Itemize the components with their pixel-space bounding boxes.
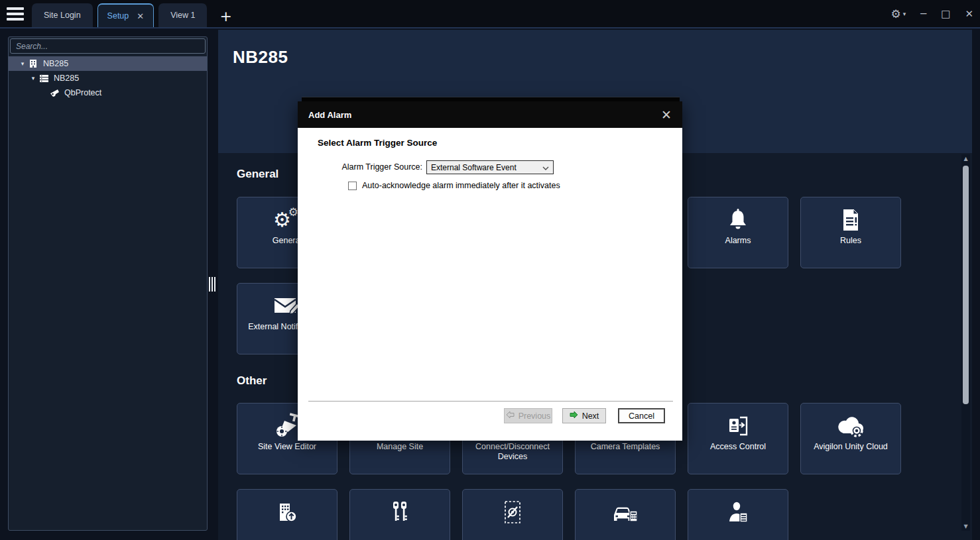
settings-menu-button[interactable]: ⚙ ▾ bbox=[890, 7, 906, 21]
close-window-button[interactable]: ✕ bbox=[965, 8, 973, 20]
scroll-down-icon[interactable]: ▼ bbox=[961, 523, 970, 529]
tab-site-login[interactable]: Site Login bbox=[32, 3, 93, 27]
tab-label: Site Login bbox=[44, 11, 81, 20]
auto-acknowledge-label: Auto-acknowledge alarm immediately after… bbox=[362, 181, 560, 190]
tab-label: Setup bbox=[107, 11, 129, 21]
tree-item-camera[interactable]: QbProtect bbox=[9, 85, 207, 100]
close-tab-icon[interactable]: ✕ bbox=[137, 11, 144, 21]
privacy-mask-icon bbox=[463, 498, 562, 527]
trigger-source-label: Alarm Trigger Source: bbox=[318, 162, 422, 172]
page-title: NB285 bbox=[233, 47, 288, 68]
scrollbar-thumb[interactable] bbox=[963, 166, 969, 404]
tile-label: Access Control bbox=[691, 442, 785, 452]
search-input[interactable] bbox=[10, 38, 206, 54]
expand-caret-icon[interactable]: ▾ bbox=[19, 60, 26, 67]
gear-icon: ⚙ bbox=[890, 7, 900, 21]
tile-label: Manage Site bbox=[353, 442, 447, 452]
tree-item-label: NB285 bbox=[43, 59, 68, 68]
tile-alarms[interactable]: Alarms bbox=[688, 197, 788, 268]
expand-caret-icon[interactable]: ▾ bbox=[30, 75, 36, 81]
tile-label: Rules bbox=[804, 236, 898, 246]
tile-label: Avigilon Unity Cloud bbox=[804, 442, 898, 452]
tile-label: Site View Editor bbox=[240, 442, 334, 452]
cloud-gear-icon bbox=[801, 411, 900, 441]
camera-icon bbox=[50, 88, 60, 97]
tile-access-control[interactable]: Access Control bbox=[688, 403, 788, 474]
scroll-up-icon[interactable]: ▲ bbox=[961, 156, 970, 162]
vehicle-keypad-icon bbox=[576, 498, 675, 527]
next-button[interactable]: Next bbox=[562, 408, 606, 423]
main-menu-icon[interactable] bbox=[7, 7, 24, 21]
previous-button[interactable]: Previous bbox=[504, 408, 552, 423]
alarm-trigger-source-select[interactable]: External Software Event bbox=[426, 160, 554, 174]
tile-person-roster[interactable] bbox=[688, 489, 788, 540]
dialog-titlebar[interactable]: Add Alarm ✕ bbox=[298, 101, 682, 128]
tab-view-1[interactable]: View 1 bbox=[158, 3, 207, 27]
panel-splitter[interactable] bbox=[208, 36, 218, 531]
tab-strip: Site Login Setup ✕ View 1 + bbox=[32, 0, 236, 27]
splitter-grip-icon[interactable] bbox=[209, 277, 215, 292]
cancel-button[interactable]: Cancel bbox=[618, 408, 665, 423]
tile-rules[interactable]: Rules bbox=[800, 197, 901, 268]
rules-document-icon bbox=[801, 205, 900, 235]
site-tree: ▾ NB285 ▾ NB285 QbProtect bbox=[9, 56, 207, 100]
tile-keys[interactable] bbox=[349, 489, 450, 540]
server-icon bbox=[39, 74, 50, 83]
tile-avigilon-unity-cloud[interactable]: Avigilon Unity Cloud bbox=[800, 403, 901, 474]
person-roster-icon bbox=[688, 498, 788, 527]
vertical-scrollbar[interactable]: ▲ ▼ bbox=[961, 154, 970, 531]
arrow-right-icon bbox=[570, 411, 578, 421]
tile-label: Camera Templates bbox=[578, 442, 672, 452]
top-bar: Site Login Setup ✕ View 1 + ⚙ ▾ ─ □ ✕ bbox=[0, 0, 980, 28]
tile-vehicle-keypad[interactable] bbox=[575, 489, 676, 540]
tile-site-upgrade[interactable] bbox=[237, 489, 337, 540]
site-tree-panel: ▾ NB285 ▾ NB285 QbProtect bbox=[8, 36, 208, 531]
maximize-button[interactable]: □ bbox=[941, 8, 950, 20]
dialog-title: Add Alarm bbox=[308, 110, 351, 120]
tree-item-site[interactable]: ▾ NB285 bbox=[9, 56, 207, 71]
tree-item-label: QbProtect bbox=[64, 88, 101, 97]
chevron-down-icon: ▾ bbox=[903, 11, 906, 17]
access-badge-door-icon bbox=[688, 411, 788, 441]
minimize-button[interactable]: ─ bbox=[920, 8, 926, 20]
auto-acknowledge-checkbox[interactable] bbox=[348, 182, 357, 190]
step-heading: Select Alarm Trigger Source bbox=[318, 138, 437, 148]
section-heading-general: General bbox=[237, 168, 278, 181]
section-heading-other: Other bbox=[237, 374, 267, 388]
acc-client-window: Site Login Setup ✕ View 1 + ⚙ ▾ ─ □ ✕ bbox=[0, 0, 980, 540]
selected-option: External Software Event bbox=[431, 163, 517, 172]
tree-item-server[interactable]: ▾ NB285 bbox=[9, 71, 207, 85]
chevron-down-icon bbox=[542, 163, 549, 172]
arrow-left-icon bbox=[506, 411, 515, 421]
keys-icon bbox=[350, 498, 450, 527]
tree-item-label: NB285 bbox=[54, 74, 79, 83]
tile-privacy-mask[interactable] bbox=[462, 489, 563, 540]
tile-label: Connect/Disconnect Devices bbox=[465, 442, 560, 462]
site-upgrade-icon bbox=[237, 498, 337, 527]
tile-label: Alarms bbox=[691, 236, 785, 246]
tab-label: View 1 bbox=[170, 11, 195, 20]
tab-setup[interactable]: Setup ✕ bbox=[97, 3, 154, 27]
bell-icon bbox=[688, 205, 788, 235]
window-controls: ⚙ ▾ ─ □ ✕ bbox=[890, 0, 973, 27]
close-dialog-icon[interactable]: ✕ bbox=[661, 107, 672, 122]
dialog-footer-separator bbox=[308, 401, 673, 402]
site-building-icon bbox=[29, 59, 39, 68]
new-tab-button[interactable]: + bbox=[215, 8, 235, 27]
add-alarm-dialog: Add Alarm ✕ Select Alarm Trigger Source … bbox=[298, 101, 682, 441]
